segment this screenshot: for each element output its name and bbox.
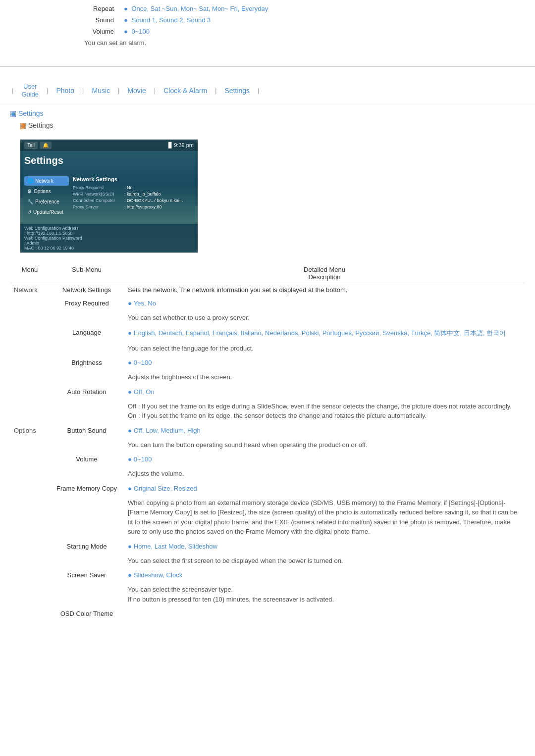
note-submenu-cell <box>50 399 124 424</box>
proxy-value: : No <box>124 185 133 190</box>
table-row: Proxy Required ●Yes, No <box>10 297 525 310</box>
note-detail-cell: You can set whether to use a proxy serve… <box>124 310 525 326</box>
note-detail-cell: You can select the screensaver type.If n… <box>124 582 525 607</box>
note-menu-cell <box>10 495 50 540</box>
volume-label: Volume <box>84 28 124 35</box>
opt-detail-cell: ●Off, Low, Medium, High <box>124 424 525 437</box>
preference-icon: 🔧 <box>27 199 33 204</box>
note-menu-cell <box>10 582 50 607</box>
proxy-server-value: : http://svcproxy:80 <box>124 204 162 209</box>
opt-detail-cell: ●Yes, No <box>124 297 525 310</box>
note-submenu-cell <box>50 341 124 356</box>
opt-menu-cell <box>10 453 50 466</box>
note-detail-cell: When copying a photo from an external me… <box>124 495 525 540</box>
top-section: Repeat ● Once, Sat ~Sun, Mon~ Sat, Mon~ … <box>0 0 535 56</box>
nav-item-user-guide[interactable]: UserGuide <box>15 81 45 100</box>
opt-detail-cell <box>124 607 525 620</box>
device-time: ▊ 9:39 pm <box>168 142 194 149</box>
device-content: 🌐 Network ⚙ Options 🔧 Preference ↺ Updat… <box>20 172 198 222</box>
note-submenu-cell <box>50 582 124 607</box>
computer-label: Connected Computer <box>73 198 122 203</box>
note-submenu-cell <box>50 369 124 385</box>
nav-item-movie[interactable]: Movie <box>121 85 152 97</box>
device-time-text: 9:39 pm <box>174 142 194 148</box>
repeat-bullet: ● <box>124 5 128 12</box>
repeat-row: Repeat ● Once, Sat ~Sun, Mon~ Sat, Mon~ … <box>84 5 451 12</box>
opt-menu-cell <box>10 607 50 620</box>
breadcrumb-text[interactable]: Settings <box>18 109 44 117</box>
nav-sep-4: | <box>116 87 121 94</box>
opt-menu-cell: Options <box>10 424 50 437</box>
table-row: You can select the screensaver type.If n… <box>10 582 525 607</box>
sound-values: ● Sound 1, Sound 2, Sound 3 <box>124 16 211 24</box>
device-main-title: Network Settings <box>73 176 194 182</box>
opt-submenu-cell: Brightness <box>50 356 124 369</box>
volume-row: Volume ● 0~100 <box>84 28 451 35</box>
table-row: Screen Saver ●Slideshow, Clock <box>10 568 525 582</box>
desc-detail-cell: Sets the network. The network informatio… <box>124 283 525 297</box>
opt-submenu-cell: Starting Mode <box>50 540 124 553</box>
wifi-value: : kairop_ip_buffalo <box>124 192 160 197</box>
settings-table: Menu Sub-Menu Detailed Menu Description … <box>10 263 525 620</box>
device-header-left: Tail 🔔 <box>24 142 52 149</box>
device-info-proxy: Proxy Required : No <box>73 185 194 190</box>
note-submenu-cell <box>50 437 124 453</box>
device-sidebar-update-reset[interactable]: ↺ Update/Reset <box>24 207 69 217</box>
device-sidebar-label-options: Options <box>34 189 51 194</box>
device-sidebar-label-network: Network <box>35 178 54 184</box>
note-menu-cell <box>10 466 50 482</box>
device-sidebar-options[interactable]: ⚙ Options <box>24 187 69 196</box>
note-submenu-cell <box>50 495 124 540</box>
opt-menu-cell <box>10 482 50 495</box>
table-row: Frame Memory Copy ●Original Size, Resize… <box>10 482 525 495</box>
note-detail-cell: Off : If you set the frame on its edge d… <box>124 399 525 424</box>
opt-detail-cell: ●Home, Last Mode, Slideshow <box>124 540 525 553</box>
table-row: Off : If you set the frame on its edge d… <box>10 399 525 424</box>
opt-detail-cell: ●Off, On <box>124 385 525 399</box>
breadcrumb-icon: ▣ <box>10 109 16 117</box>
section-header: ▣ Settings <box>0 119 535 134</box>
wifi-label: Wi-Fi Network(SSID) <box>73 192 122 197</box>
volume-bullet: ● <box>124 28 128 35</box>
note-menu-cell <box>10 369 50 385</box>
device-info-computer: Connected Computer : DO-BOKYU.../ bokyu … <box>73 198 194 203</box>
table-row: Network Network Settings Sets the networ… <box>10 283 525 297</box>
note-submenu-cell <box>50 553 124 569</box>
nav-item-settings[interactable]: Settings <box>218 85 256 97</box>
note-menu-cell <box>10 399 50 424</box>
device-sidebar-preference[interactable]: 🔧 Preference <box>24 197 69 206</box>
footer-line3: Web Configuration Password <box>24 236 194 241</box>
note-menu-cell <box>10 553 50 569</box>
opt-menu-cell <box>10 356 50 369</box>
header-submenu: Sub-Menu <box>50 263 124 283</box>
device-title: Settings <box>20 151 198 172</box>
nav-item-photo[interactable]: Photo <box>50 85 80 97</box>
opt-detail-cell: ●0~100 <box>124 453 525 466</box>
header-detail: Detailed Menu Description <box>124 263 525 283</box>
opt-submenu-cell: Screen Saver <box>50 568 124 582</box>
nav-sep-5: | <box>152 87 158 94</box>
opt-detail-cell: ●Original Size, Resized <box>124 482 525 495</box>
table-row: OSD Color Theme <box>10 607 525 620</box>
opt-detail-cell: ●Slideshow, Clock <box>124 568 525 582</box>
nav-item-clock-alarm[interactable]: Clock & Alarm <box>158 85 213 97</box>
opt-submenu-cell: Frame Memory Copy <box>50 482 124 495</box>
note-detail-cell: Adjusts the brightness of the screen. <box>124 369 525 385</box>
opt-menu-cell <box>10 297 50 310</box>
note-menu-cell <box>10 310 50 326</box>
computer-value: : DO-BOKYU.../ bokyu n.kai... <box>124 198 183 203</box>
sound-value-text: Sound 1, Sound 2, Sound 3 <box>131 16 211 24</box>
header-menu: Menu <box>10 263 50 283</box>
device-sidebar: 🌐 Network ⚙ Options 🔧 Preference ↺ Updat… <box>24 176 69 218</box>
section-icon: ▣ <box>20 121 26 129</box>
opt-submenu-cell: Volume <box>50 453 124 466</box>
footer-line4: : Admin <box>24 241 194 246</box>
header-desc-text: Description <box>308 273 340 281</box>
device-screenshot: Tail 🔔 ▊ 9:39 pm Settings 🌐 Network ⚙ Op… <box>20 139 198 253</box>
device-sidebar-network[interactable]: 🌐 Network <box>24 176 69 186</box>
note-detail-cell: You can select the first screen to be di… <box>124 553 525 569</box>
nav-item-music[interactable]: Music <box>86 85 116 97</box>
table-row: Brightness ●0~100 <box>10 356 525 369</box>
nav-sep-6: | <box>213 87 218 94</box>
opt-menu-cell <box>10 385 50 399</box>
